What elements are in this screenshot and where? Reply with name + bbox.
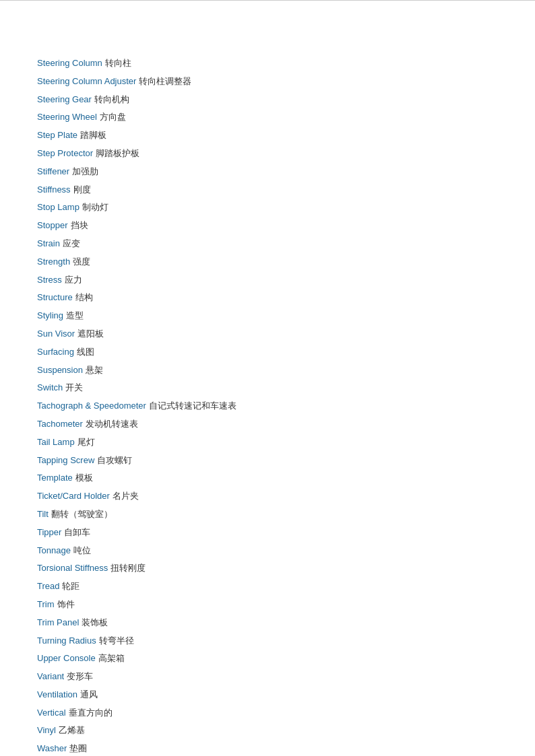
term-chinese: 轮距 <box>62 581 80 591</box>
term-english: Trim <box>37 599 55 609</box>
list-item: Step Protector脚踏板护板 <box>37 145 498 163</box>
term-english: Stopper <box>37 220 68 230</box>
term-chinese: 变形车 <box>67 671 93 681</box>
list-item: Variant变形车 <box>37 668 498 686</box>
term-chinese: 开关 <box>65 382 83 392</box>
list-item: Tachometer发动机转速表 <box>37 415 498 434</box>
list-item: Strain应变 <box>37 235 498 253</box>
term-chinese: 自记式转速记和车速表 <box>149 401 237 411</box>
term-english: Stress <box>37 275 62 285</box>
list-item: Trim Panel装饰板 <box>37 614 498 632</box>
term-english: Washer <box>37 743 67 753</box>
term-english: Vinyl <box>37 725 56 735</box>
term-english: Step Protector <box>37 148 93 158</box>
term-english: Tail Lamp <box>37 437 75 447</box>
term-chinese: 自攻螺钉 <box>97 455 132 465</box>
term-chinese: 挡块 <box>71 220 88 230</box>
list-item: Tapping Screw自攻螺钉 <box>37 452 498 470</box>
list-item: Tread轮距 <box>37 578 498 596</box>
list-item: Template模板 <box>37 469 498 487</box>
list-item: Stiffness刚度 <box>37 181 498 199</box>
list-item: Vertical垂直方向的 <box>37 704 498 722</box>
term-english: Steering Wheel <box>37 112 97 122</box>
term-chinese: 模板 <box>75 473 93 483</box>
term-chinese: 转弯半径 <box>99 635 134 646</box>
term-english: Styling <box>37 310 63 320</box>
term-chinese: 高架箱 <box>98 653 125 663</box>
list-item: Tilt翻转（驾驶室） <box>37 506 498 524</box>
term-english: Tipper <box>37 527 61 537</box>
term-english: Tonnage <box>37 545 71 555</box>
term-list: Steering Column转向柱Steering Column Adjust… <box>37 55 498 756</box>
list-item: Strength强度 <box>37 253 498 271</box>
page-container: Steering Column转向柱Steering Column Adjust… <box>0 0 535 756</box>
list-item: Vinyl乙烯基 <box>37 722 498 740</box>
term-chinese: 乙烯基 <box>59 725 85 735</box>
term-chinese: 方向盘 <box>100 112 126 122</box>
list-item: Suspension悬架 <box>37 362 498 380</box>
term-english: Steering Gear <box>37 94 92 104</box>
term-english: Tachograph & Speedometer <box>37 401 146 411</box>
term-english: Tachometer <box>37 419 83 429</box>
term-chinese: 通风 <box>80 689 98 699</box>
term-chinese: 翻转（驾驶室） <box>51 509 113 519</box>
list-item: Tonnage吨位 <box>37 542 498 560</box>
list-item: Steering Column转向柱 <box>37 55 498 73</box>
term-chinese: 饰件 <box>57 599 75 609</box>
term-english: Strength <box>37 256 70 267</box>
term-chinese: 扭转刚度 <box>111 563 146 573</box>
term-english: Steering Column <box>37 58 102 68</box>
term-chinese: 应力 <box>65 275 82 285</box>
list-item: Torsional Stiffness扭转刚度 <box>37 559 498 578</box>
term-chinese: 应变 <box>63 238 80 248</box>
term-english: Strain <box>37 238 60 248</box>
term-chinese: 发动机转速表 <box>86 419 138 429</box>
list-item: Surfacing线图 <box>37 343 498 362</box>
list-item: Stiffener加强肋 <box>37 163 498 181</box>
term-chinese: 刚度 <box>73 184 91 195</box>
term-chinese: 装饰板 <box>82 617 108 627</box>
term-english: Turning Radius <box>37 635 96 646</box>
term-english: Ventilation <box>37 689 77 699</box>
term-chinese: 垂直方向的 <box>69 708 113 718</box>
list-item: Stopper挡块 <box>37 217 498 235</box>
term-chinese: 制动灯 <box>82 202 108 212</box>
term-english: Stiffness <box>37 184 71 195</box>
term-chinese: 脚踏板护板 <box>96 148 139 158</box>
list-item: Step Plate踏脚板 <box>37 127 498 145</box>
list-item: Tachograph & Speedometer自记式转速记和车速表 <box>37 397 498 415</box>
term-chinese: 踏脚板 <box>80 130 106 140</box>
term-chinese: 垫圈 <box>69 743 87 753</box>
term-english: Stop Lamp <box>37 202 80 212</box>
term-english: Stiffener <box>37 166 69 176</box>
term-chinese: 强度 <box>73 256 90 267</box>
term-english: Step Plate <box>37 130 77 140</box>
term-english: Suspension <box>37 365 83 375</box>
list-item: Steering Wheel方向盘 <box>37 108 498 127</box>
term-english: Tilt <box>37 509 49 519</box>
term-english: Torsional Stiffness <box>37 563 108 573</box>
term-english: Upper Console <box>37 653 96 663</box>
list-item: Washer垫圈 <box>37 740 498 756</box>
term-english: Steering Column Adjuster <box>37 76 136 86</box>
list-item: Trim饰件 <box>37 596 498 614</box>
list-item: Tipper自卸车 <box>37 524 498 542</box>
list-item: Stress应力 <box>37 271 498 289</box>
term-english: Template <box>37 473 73 483</box>
term-chinese: 转向柱 <box>105 58 131 68</box>
list-item: Steering Gear转向机构 <box>37 91 498 109</box>
term-chinese: 自卸车 <box>64 527 90 537</box>
term-chinese: 尾灯 <box>77 437 95 447</box>
list-item: Steering Column Adjuster转向柱调整器 <box>37 73 498 91</box>
term-english: Structure <box>37 292 73 302</box>
term-chinese: 悬架 <box>86 365 103 375</box>
list-item: Turning Radius转弯半径 <box>37 632 498 650</box>
list-item: Sun Visor遮阳板 <box>37 325 498 343</box>
term-chinese: 造型 <box>66 310 84 320</box>
term-english: Sun Visor <box>37 329 75 339</box>
term-chinese: 结构 <box>75 292 93 302</box>
term-chinese: 遮阳板 <box>77 329 104 339</box>
list-item: Ventilation通风 <box>37 686 498 704</box>
list-item: Switch开关 <box>37 379 498 397</box>
term-english: Ticket/Card Holder <box>37 491 110 501</box>
